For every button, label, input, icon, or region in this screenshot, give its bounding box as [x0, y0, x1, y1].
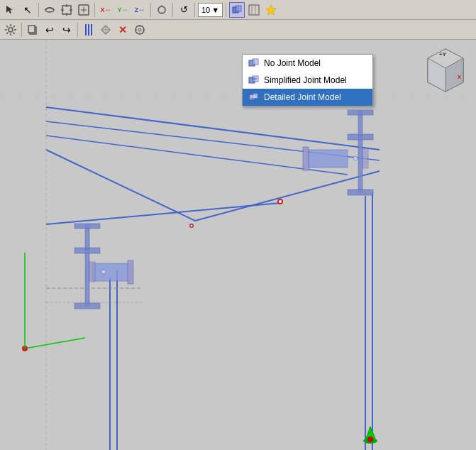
nav-cube[interactable]: x +Y: [421, 45, 470, 95]
svg-text:x: x: [458, 73, 461, 80]
svg-point-28: [138, 28, 141, 31]
axis-y-btn[interactable]: Y↔: [115, 2, 131, 18]
joint-model-dropdown: No Joint Model Simplified Joint Model De…: [242, 54, 373, 106]
select-mode-btn[interactable]: [3, 2, 18, 18]
svg-rect-20: [28, 26, 35, 33]
svg-rect-60: [74, 224, 100, 229]
svg-rect-56: [128, 260, 133, 284]
simplified-label: Simplified Joint Model: [264, 75, 347, 85]
axis-x-btn[interactable]: X↔: [98, 2, 114, 18]
sep3: [150, 3, 151, 17]
redo-btn[interactable]: ↪: [59, 22, 74, 38]
svg-point-49: [279, 200, 282, 203]
no-joint-icon: [248, 57, 260, 69]
svg-point-51: [191, 225, 193, 227]
sep5: [194, 3, 195, 17]
properties-btn[interactable]: [132, 22, 148, 38]
orbit-btn[interactable]: [42, 2, 57, 18]
svg-rect-61: [358, 136, 362, 192]
toolbar-top: ↖ X↔ Y↔ Z↔ ↺ 10 ▼: [0, 0, 476, 20]
sep-a: [21, 23, 22, 37]
sep2: [94, 3, 95, 17]
svg-rect-64: [309, 150, 348, 168]
menu-item-no-joint[interactable]: No Joint Model: [243, 55, 372, 72]
detailed-joint-icon: [248, 92, 260, 103]
viewport[interactable]: x +Y No Joint Model Simplified Joint Mod…: [0, 40, 476, 450]
settings-btn[interactable]: [3, 22, 18, 38]
svg-rect-54: [74, 303, 100, 309]
snap-btn[interactable]: [154, 2, 170, 18]
menu-item-simplified[interactable]: Simplified Joint Model: [243, 72, 372, 89]
highlight-btn[interactable]: [263, 2, 279, 18]
simplified-joint-icon: [248, 75, 260, 86]
no-joint-label: No Joint Model: [264, 58, 321, 68]
sep6: [226, 3, 226, 17]
svg-point-67: [353, 156, 358, 160]
svg-rect-14: [249, 5, 259, 15]
svg-rect-69: [348, 110, 373, 115]
rotate-btn[interactable]: ↺: [176, 2, 192, 18]
svg-rect-66: [362, 148, 368, 168]
column-btn[interactable]: [81, 22, 96, 38]
number-value: 10: [201, 6, 210, 14]
svg-rect-13: [236, 6, 241, 11]
dropdown-arrow-icon: ▼: [211, 6, 219, 14]
svg-point-58: [101, 270, 106, 274]
axis-z-btn[interactable]: Z↔: [132, 2, 148, 18]
pointer-btn[interactable]: ↖: [20, 2, 35, 18]
sep-b: [77, 23, 78, 37]
svg-marker-17: [266, 5, 276, 15]
zoom-box-btn[interactable]: [59, 2, 74, 18]
svg-rect-33: [0, 40, 476, 450]
display-mode-btn[interactable]: [246, 2, 262, 18]
joint-model-toggle-btn[interactable]: [229, 2, 245, 18]
svg-rect-63: [348, 190, 373, 195]
svg-point-72: [367, 437, 373, 442]
svg-rect-52: [85, 249, 89, 306]
copy-btn[interactable]: [25, 22, 40, 38]
scene-canvas: [0, 40, 476, 450]
beam-btn[interactable]: [98, 22, 114, 38]
svg-rect-85: [253, 59, 258, 65]
sep4: [172, 3, 173, 17]
detailed-label: Detailed Joint Model: [264, 92, 341, 102]
svg-rect-65: [303, 147, 309, 170]
svg-rect-57: [89, 262, 95, 282]
toolbar-second: ↩ ↪ ✕: [0, 20, 476, 40]
svg-point-18: [9, 28, 13, 32]
zoom-all-btn[interactable]: [76, 2, 92, 18]
menu-item-detailed[interactable]: Detailed Joint Model: [243, 89, 372, 106]
delete-btn[interactable]: ✕: [115, 22, 131, 38]
svg-text:+Y: +Y: [439, 51, 447, 57]
sep1: [38, 3, 39, 17]
svg-rect-55: [92, 263, 131, 281]
undo-btn[interactable]: ↩: [42, 22, 57, 38]
number-dropdown[interactable]: 10 ▼: [198, 3, 223, 17]
